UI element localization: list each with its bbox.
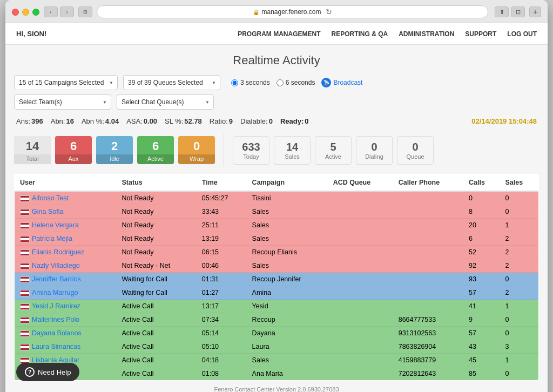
cell-caller-phone-6 <box>393 273 463 286</box>
summary-wrap-label: Wrap <box>178 154 215 164</box>
cell-status-11: Active Call <box>117 340 197 354</box>
nav-administration[interactable]: ADMINISTRATION <box>399 30 454 38</box>
minimize-button[interactable] <box>22 9 29 16</box>
browser-window: ‹ › ⊞ 🔒 manager.fenero.com ↻ ⬆ ⊡ + HI, S… <box>5 0 548 392</box>
user-link-10[interactable]: Dayana Bolanos <box>32 329 82 337</box>
cell-acd-queue-2 <box>328 219 393 232</box>
user-link-6[interactable]: Jenniffer Barrios <box>32 275 81 283</box>
help-button[interactable]: ? Need Help <box>16 363 79 381</box>
radio-3s-input[interactable] <box>231 79 238 86</box>
cell-campaign-10: Dayana <box>247 327 328 340</box>
table-header: User Status Time Campaign ACD Queue Call… <box>15 174 539 192</box>
cell-time-8: 13:17 <box>197 300 247 313</box>
cell-acd-queue-13 <box>328 367 393 381</box>
filter-row-1: 15 of 15 Campaigns Selected 39 of 39 Que… <box>14 75 539 90</box>
table-row: Jenniffer Barrios Waiting for Call 01:31… <box>15 273 539 286</box>
user-link-9[interactable]: Mallerlines Polo <box>32 316 79 323</box>
cell-acd-queue-11 <box>328 340 393 354</box>
cell-status-0: Not Ready <box>117 191 197 205</box>
table-row: Gina Sofia Not Ready 33:43 Sales 8 0 <box>15 205 539 219</box>
cell-status-12: Active Call <box>117 354 197 367</box>
cell-campaign-9: Recoup <box>247 313 328 327</box>
cell-status-8: Active Call <box>117 300 197 313</box>
address-bar[interactable]: 🔒 manager.fenero.com ↻ <box>97 5 488 18</box>
queue-select[interactable]: 39 of 39 Queues Selected <box>123 75 220 90</box>
radio-3s-option[interactable]: 3 seconds <box>231 79 270 86</box>
radio-6s-option[interactable]: 6 seconds <box>276 79 315 86</box>
user-link-2[interactable]: Helena Vergara <box>32 221 79 229</box>
cell-time-4: 06:15 <box>197 246 247 259</box>
cell-caller-phone-11: 7863826904 <box>393 340 463 354</box>
traffic-lights <box>12 9 39 16</box>
cell-acd-queue-1 <box>328 205 393 219</box>
share-button[interactable]: ⬆ <box>495 6 509 17</box>
cell-status-9: Active Call <box>117 313 197 327</box>
reload-button[interactable]: ↻ <box>326 8 332 16</box>
broadcast-label: Broadcast <box>333 79 362 86</box>
flag-icon-10 <box>20 330 30 337</box>
user-link-5[interactable]: Nazly Villadiego <box>32 262 80 269</box>
summary-row: 14 Total 6 Aux 2 Idle 6 Active 0 Wrap <box>14 134 539 166</box>
cell-status-7: Waiting for Call <box>117 286 197 300</box>
cell-campaign-1: Sales <box>247 205 328 219</box>
table-row: Helena Vergara Not Ready 25:11 Sales 20 … <box>15 219 539 232</box>
user-link-3[interactable]: Patricia Mejia <box>32 235 72 242</box>
cell-campaign-8: Yesid <box>247 300 328 313</box>
radio-6s-label: 6 seconds <box>286 79 315 86</box>
user-link-11[interactable]: Laura Simancas <box>32 343 80 350</box>
summary-sales-num: 14 <box>276 141 308 153</box>
tab-button[interactable]: ⊞ <box>78 6 92 17</box>
user-link-4[interactable]: Elianis Rodriguez <box>32 248 84 256</box>
flag-icon-6 <box>20 276 30 283</box>
cell-calls-0: 0 <box>463 191 500 205</box>
campaign-select-wrapper: 15 of 15 Campaigns Selected <box>14 75 118 90</box>
team-select[interactable]: Select Team(s) <box>14 94 111 110</box>
nav-program-management[interactable]: PROGRAM MANAGEMENT <box>238 30 320 38</box>
cell-acd-queue-12 <box>328 354 393 367</box>
cell-sales-6: 0 <box>500 273 539 286</box>
user-link-0[interactable]: Alfonso Test <box>32 194 69 202</box>
broadcast-link[interactable]: 📡 Broadcast <box>321 78 362 87</box>
summary-aux-label: Aux <box>55 154 92 164</box>
cell-time-7: 01:27 <box>197 286 247 300</box>
back-button[interactable]: ‹ <box>44 6 58 17</box>
user-link-8[interactable]: Yesid J Ramirez <box>32 302 80 310</box>
flag-icon-7 <box>20 290 30 296</box>
broadcast-icon: 📡 <box>321 78 331 87</box>
cell-sales-5: 2 <box>500 259 539 273</box>
windows-button[interactable]: ⊡ <box>511 6 525 17</box>
lock-icon: 🔒 <box>253 9 259 15</box>
nav-reporting-qa[interactable]: REPORTING & QA <box>332 30 388 38</box>
cell-campaign-0: Tissini <box>247 191 328 205</box>
campaign-select[interactable]: 15 of 15 Campaigns Selected <box>14 75 118 90</box>
user-link-7[interactable]: Amina Marrugo <box>32 289 78 296</box>
radio-6s-input[interactable] <box>276 79 284 86</box>
new-tab-button[interactable]: + <box>529 6 541 17</box>
cell-campaign-2: Sales <box>247 219 328 232</box>
cell-status-6: Waiting for Call <box>117 273 197 286</box>
cell-campaign-12: Sales <box>247 354 328 367</box>
nav-logout[interactable]: LOG OUT <box>507 30 537 38</box>
close-button[interactable] <box>12 9 19 16</box>
col-acd-queue: ACD Queue <box>328 174 393 192</box>
cell-acd-queue-10 <box>328 327 393 340</box>
browser-actions: ⬆ ⊡ <box>495 6 525 17</box>
cell-sales-3: 2 <box>500 232 539 246</box>
table-row: Lisbania Aguilar Active Call 04:18 Sales… <box>15 354 539 367</box>
user-link-1[interactable]: Gina Sofia <box>32 208 63 215</box>
table-header-row: User Status Time Campaign ACD Queue Call… <box>15 174 539 192</box>
summary-box-total: 14 Total <box>14 136 51 164</box>
cell-acd-queue-9 <box>328 313 393 327</box>
chat-queue-select[interactable]: Select Chat Queue(s) <box>117 94 214 110</box>
page-title: Realtime Activity <box>14 53 539 67</box>
cell-calls-8: 41 <box>463 300 500 313</box>
forward-button[interactable]: › <box>60 6 74 17</box>
nav-links: PROGRAM MANAGEMENT REPORTING & QA ADMINI… <box>238 30 537 38</box>
nav-support[interactable]: SUPPORT <box>465 30 496 38</box>
maximize-button[interactable] <box>32 9 39 16</box>
flag-icon-9 <box>20 317 30 323</box>
summary-box-today: 633 Today <box>233 136 269 165</box>
cell-calls-2: 20 <box>463 219 500 232</box>
cell-calls-3: 6 <box>463 232 500 246</box>
cell-time-12: 04:18 <box>197 354 247 367</box>
